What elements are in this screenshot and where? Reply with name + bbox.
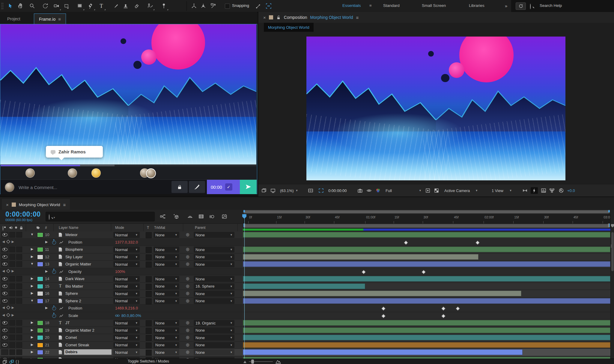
collapse-arrow-icon[interactable]: ▼ (30, 299, 34, 302)
layer-duration-bar[interactable] (243, 283, 365, 289)
workspace-tab-small-screen[interactable]: Small Screen (422, 3, 446, 8)
eye-toggle[interactable] (1, 349, 8, 355)
selection-tool[interactable] (5, 1, 15, 11)
layer-track[interactable] (243, 283, 610, 290)
timeline-search-box[interactable]: ▼ (46, 212, 155, 221)
property-name[interactable]: Opacity (68, 269, 82, 274)
pixel-aspect-icon[interactable] (522, 184, 528, 197)
parent-pickwhip-icon[interactable]: ◎ (186, 328, 189, 332)
zoom-in-mountain-icon[interactable] (275, 359, 281, 364)
layer-track[interactable] (243, 342, 610, 349)
preserve-transparency-checkbox[interactable] (146, 320, 152, 326)
solo-toggle[interactable] (16, 291, 22, 296)
property-row-position[interactable]: ◀▶ ▶ Position 1377.0,332.0 (0, 239, 243, 246)
solo-toggle[interactable] (16, 349, 22, 355)
layer-name[interactable]: Organic Matter 2 (65, 328, 110, 333)
magnification-dropdown[interactable]: (63.1%)▼ (280, 184, 298, 197)
solo-toggle[interactable] (16, 320, 22, 326)
property-row-position[interactable]: ◀▶ ▶ Position 1469.9,216.0 (0, 305, 243, 312)
parent-pickwhip-icon[interactable]: ◎ (186, 284, 189, 288)
blend-mode-dropdown[interactable]: Normal▼ (113, 298, 140, 304)
comp-marker-icon[interactable] (611, 224, 614, 227)
parent-dropdown[interactable]: 16. Sphere▼ (194, 283, 234, 289)
parent-dropdown[interactable]: None▼ (194, 261, 234, 267)
preserve-transparency-checkbox[interactable] (146, 298, 152, 304)
layer-row-15[interactable]: ▶ 15 T Bio Matter Normal▼ None▼ ◎ 16. Sp… (0, 283, 243, 290)
audio-toggle[interactable] (9, 276, 15, 282)
layer-track[interactable] (243, 356, 610, 359)
layer-label-swatch[interactable] (37, 321, 43, 325)
timeline-zoom-knob[interactable] (251, 360, 254, 364)
composition-video-frame[interactable] (306, 37, 565, 180)
type-tool[interactable]: T (97, 1, 106, 11)
navigator-bar[interactable] (243, 210, 610, 213)
keyframe-diamond[interactable] (381, 306, 386, 311)
layer-track[interactable] (243, 327, 610, 334)
keyframe-diamond[interactable] (404, 240, 408, 244)
eye-toggle[interactable] (1, 335, 8, 340)
composition-viewer[interactable] (258, 33, 614, 184)
parent-pickwhip-icon[interactable]: ◎ (186, 298, 189, 303)
property-row-scale[interactable]: ◀▶ Scale 80.0,80.0% (0, 312, 243, 320)
layer-duration-bar[interactable] (243, 276, 610, 282)
solo-toggle[interactable] (16, 276, 22, 282)
layer-duration-bar[interactable] (243, 261, 610, 267)
layer-label-swatch[interactable] (37, 255, 43, 259)
eye-toggle[interactable] (1, 320, 8, 326)
collapse-arrow-icon[interactable]: ▼ (30, 232, 34, 236)
preserve-transparency-checkbox[interactable] (146, 262, 152, 268)
trkmat-dropdown[interactable]: None▼ (154, 342, 179, 348)
layer-track[interactable] (243, 290, 610, 297)
timeline-search-input[interactable] (56, 213, 150, 220)
region-of-interest-icon[interactable] (318, 184, 324, 197)
property-name[interactable]: Scale (68, 313, 78, 318)
layer-row-21[interactable]: ▶ 21 Comet Streak Normal▼ None▼ ◎ None▼ (0, 342, 243, 349)
expand-arrow-icon[interactable]: ▶ (45, 306, 48, 310)
parent-pickwhip-icon[interactable]: ◎ (186, 276, 189, 281)
audio-toggle[interactable] (9, 254, 15, 260)
view-count-dropdown[interactable]: 1 View▼ (492, 184, 512, 197)
workspace-menu-icon[interactable]: ≡ (369, 3, 372, 8)
expand-arrow-icon[interactable]: ▶ (45, 240, 48, 244)
preserve-transparency-checkbox[interactable] (146, 328, 152, 334)
column-layer-name[interactable]: Layer Name (59, 226, 78, 230)
workspace-tab-standard[interactable]: Standard (383, 3, 400, 8)
layer-name[interactable]: Organic Matter (65, 262, 110, 266)
layer-name[interactable]: Sphere 2 (65, 299, 110, 303)
work-area[interactable] (243, 223, 610, 228)
current-timecode[interactable]: 0:00:00:00 (5, 210, 41, 218)
parent-pickwhip-icon[interactable]: ◎ (186, 320, 189, 325)
property-name[interactable]: Position (68, 240, 82, 244)
stopwatch-icon[interactable] (52, 241, 56, 244)
always-preview-icon[interactable] (261, 184, 267, 197)
solo-toggle[interactable] (16, 335, 22, 340)
show-snapshot-icon[interactable] (366, 184, 372, 197)
layer-track[interactable] (243, 349, 610, 356)
tab-frameio[interactable]: Frame.io ≡ (34, 13, 66, 24)
solo-toggle[interactable] (16, 327, 22, 333)
exposure-value[interactable]: +0.0 (567, 184, 575, 197)
parent-dropdown[interactable]: None▼ (194, 349, 234, 355)
search-dropdown-arrow[interactable]: ▼ (53, 216, 55, 219)
audio-toggle[interactable] (9, 320, 15, 326)
solo-toggle[interactable] (16, 254, 22, 260)
layer-name[interactable]: JT (65, 321, 110, 325)
preserve-transparency-checkbox[interactable] (146, 232, 152, 238)
parent-dropdown[interactable]: None▼ (194, 276, 234, 282)
expand-arrow-icon[interactable]: ▶ (30, 255, 34, 259)
keyframe-diamond[interactable] (422, 270, 426, 274)
solo-toggle[interactable] (16, 298, 22, 304)
layer-label-swatch[interactable] (37, 232, 43, 237)
parent-dropdown[interactable]: None▼ (194, 342, 234, 348)
layer-track[interactable] (243, 319, 610, 327)
zoom-out-mini-icon[interactable] (243, 361, 246, 363)
preserve-transparency-checkbox[interactable] (146, 342, 152, 348)
view-axis-mode-icon[interactable] (209, 1, 218, 11)
blend-mode-dropdown[interactable]: Normal▼ (113, 327, 140, 333)
property-value[interactable]: 100% (115, 269, 125, 274)
pen-tool[interactable] (86, 1, 96, 11)
trkmat-dropdown[interactable]: None▼ (154, 247, 179, 253)
layer-row-17[interactable]: ▼ 17 Sphere 2 Normal▼ None▼ ◎ None▼ (0, 297, 243, 305)
parent-dropdown[interactable]: None▼ (194, 335, 234, 341)
preserve-transparency-checkbox[interactable] (146, 350, 152, 356)
